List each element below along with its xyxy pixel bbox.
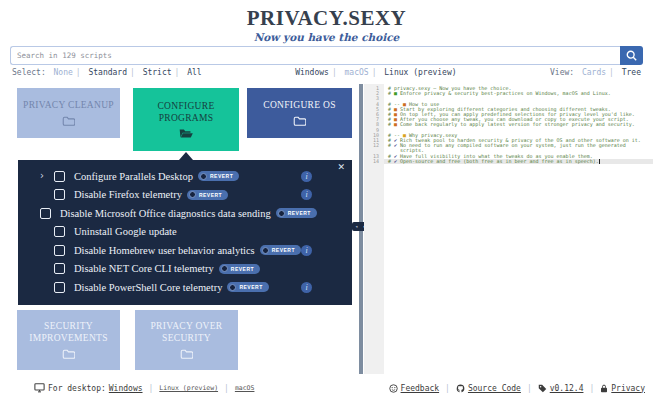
- script-checkbox[interactable]: [54, 226, 65, 237]
- view-group: View: Cards| Tree: [550, 68, 641, 80]
- script-label[interactable]: Disable Homebrew user behavior analytics: [74, 245, 255, 256]
- selection-row: Select: None| Standard| Strict| All Wind…: [12, 68, 641, 80]
- revert-toggle[interactable]: REVERT: [219, 264, 260, 274]
- search-input[interactable]: [10, 46, 620, 65]
- os-windows[interactable]: Windows: [295, 68, 329, 77]
- revert-toggle[interactable]: REVERT: [260, 245, 301, 255]
- select-strict[interactable]: Strict: [143, 68, 172, 77]
- select-group: Select: None| Standard| Strict| All: [12, 68, 202, 80]
- script-checkbox[interactable]: [40, 208, 51, 219]
- page-tagline: Now you have the choice: [0, 31, 653, 43]
- script-label[interactable]: Uninstall Google update: [74, 226, 177, 237]
- os-group: Windows| macOS| Linux (preview): [295, 68, 456, 80]
- script-item-row: Disable NET Core CLI telemetryREVERT: [18, 260, 352, 279]
- toggle-knob: [229, 284, 236, 291]
- script-label[interactable]: Configure Parallels Desktop: [74, 171, 193, 182]
- card-configure-programs[interactable]: CONFIGURE PROGRAMS: [133, 88, 239, 151]
- toggle-knob: [278, 210, 285, 217]
- script-checkbox[interactable]: [54, 263, 65, 274]
- footer-link-privacy[interactable]: Privacy: [611, 384, 645, 393]
- toggle-knob: [221, 265, 228, 272]
- info-icon[interactable]: i: [301, 245, 312, 256]
- select-standard[interactable]: Standard: [88, 68, 127, 77]
- script-checkbox[interactable]: [54, 245, 65, 256]
- feedback-icon: [389, 384, 398, 393]
- monitor-icon: [34, 383, 45, 393]
- card-privacy-cleanup[interactable]: PRIVACY CLEANUP: [17, 88, 120, 138]
- footer-desktop: For desktop: Windows | Linux (preview) |…: [34, 383, 254, 393]
- revert-label: REVERT: [199, 192, 222, 198]
- footer-desktop-label: For desktop:: [48, 384, 106, 393]
- footer-link-feedback[interactable]: Feedback: [401, 384, 440, 393]
- script-checkbox[interactable]: [54, 282, 65, 293]
- footer-link-macos[interactable]: macOS: [235, 384, 255, 392]
- header: PRIVACY.SEXY Now you have the choice: [0, 6, 653, 43]
- folder-icon: [293, 116, 306, 126]
- view-cards[interactable]: Cards: [582, 68, 606, 77]
- script-item-row: Disable Microsoft Office diagnostics dat…: [18, 204, 352, 223]
- script-item-row: Disable Firefox telemetryREVERTi: [18, 186, 352, 205]
- footer-link-version[interactable]: v0.12.4: [550, 384, 584, 393]
- script-item-row: Disable PowerShell Core telemetryREVERTi: [18, 278, 352, 297]
- script-label[interactable]: Disable Firefox telemetry: [74, 189, 182, 200]
- line-number: 14: [364, 159, 384, 164]
- card-title: PRIVACY CLEANUP: [23, 100, 114, 112]
- code-editor[interactable]: 1# privacy.sexy — Now you have the choic…: [364, 84, 653, 374]
- text-cursor: [599, 159, 600, 164]
- revert-label: REVERT: [239, 284, 262, 290]
- tag-icon: [538, 384, 547, 393]
- script-item-row: ›Configure Parallels DesktopREVERTi: [18, 167, 352, 186]
- revert-label: REVERT: [272, 247, 295, 253]
- card-title: SECURITY IMPROVEMENTS: [29, 321, 108, 345]
- footer-link-linux[interactable]: Linux (preview): [159, 384, 218, 392]
- revert-toggle[interactable]: REVERT: [227, 282, 268, 292]
- os-macos[interactable]: macOS: [345, 68, 369, 77]
- info-icon[interactable]: i: [301, 282, 312, 293]
- script-checkbox[interactable]: [54, 189, 65, 200]
- panel-arrow: [179, 152, 193, 160]
- check-icon: ✔: [391, 142, 397, 148]
- toggle-knob: [262, 247, 269, 254]
- revert-toggle[interactable]: REVERT: [187, 190, 228, 200]
- select-all[interactable]: All: [187, 68, 201, 77]
- card-security-improvements[interactable]: SECURITY IMPROVEMENTS: [17, 310, 120, 370]
- script-item-row: Disable Homebrew user behavior analytics…: [18, 241, 352, 260]
- github-icon: [456, 384, 465, 393]
- revert-label: REVERT: [288, 210, 311, 216]
- book-icon: ■: [391, 121, 397, 127]
- toggle-knob: [189, 191, 196, 198]
- os-linux[interactable]: Linux (preview): [384, 68, 456, 77]
- revert-toggle[interactable]: REVERT: [198, 171, 239, 181]
- card-privacy-over-security[interactable]: PRIVACY OVER SECURITY: [135, 310, 238, 370]
- code-line: 14# ✔ Open-source and free (both free as…: [364, 159, 653, 164]
- script-checkbox[interactable]: [54, 171, 65, 182]
- folder-open-icon: [179, 128, 193, 138]
- search-button[interactable]: [620, 46, 643, 65]
- script-label[interactable]: Disable NET Core CLI telemetry: [74, 263, 214, 274]
- script-label[interactable]: Disable PowerShell Core telemetry: [74, 282, 222, 293]
- shield-icon: ■: [391, 90, 397, 96]
- revert-toggle[interactable]: REVERT: [276, 208, 317, 218]
- revert-label: REVERT: [210, 173, 233, 179]
- select-none[interactable]: None: [54, 68, 73, 77]
- folder-icon: [62, 116, 75, 126]
- view-tree[interactable]: Tree: [622, 68, 641, 77]
- footer-links: Feedback | Source Code | v0.12.4 | Priva…: [389, 384, 645, 393]
- footer: For desktop: Windows | Linux (preview) |…: [0, 380, 653, 396]
- expand-arrow-icon[interactable]: ›: [40, 171, 54, 181]
- card-title: PRIVACY OVER SECURITY: [151, 321, 223, 345]
- card-configure-os[interactable]: CONFIGURE OS: [247, 88, 352, 138]
- select-label: Select:: [12, 68, 46, 77]
- page-title: PRIVACY.SEXY: [0, 6, 653, 31]
- script-item-row: Uninstall Google update: [18, 223, 352, 242]
- script-list: ›Configure Parallels DesktopREVERTiDisab…: [18, 167, 352, 297]
- script-label[interactable]: Disable Microsoft Office diagnostics dat…: [60, 208, 271, 219]
- check-icon: ✔: [391, 158, 397, 164]
- footer-link-source-code[interactable]: Source Code: [468, 384, 521, 393]
- view-label: View:: [550, 68, 574, 77]
- close-icon[interactable]: ✕: [337, 162, 345, 172]
- code-lines: 1# privacy.sexy — Now you have the choic…: [364, 84, 653, 164]
- footer-link-windows[interactable]: Windows: [109, 384, 143, 393]
- info-icon[interactable]: i: [301, 171, 312, 182]
- info-icon[interactable]: i: [301, 189, 312, 200]
